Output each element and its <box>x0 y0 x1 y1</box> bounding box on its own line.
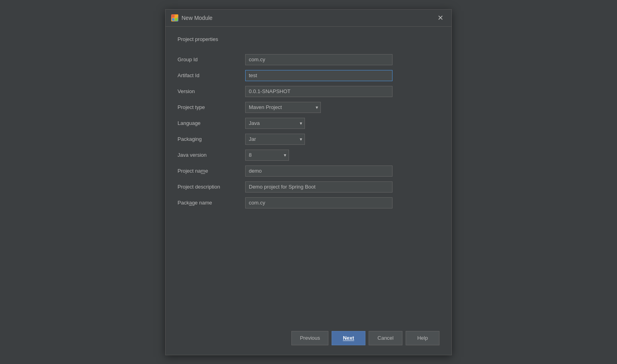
help-button[interactable]: Help <box>406 331 439 345</box>
artifact-id-label: Artifact Id <box>178 69 245 82</box>
form-grid: Group Id Artifact Id Version Project typ… <box>178 52 439 211</box>
packaging-select-wrapper: Jar War <box>245 134 305 145</box>
next-button[interactable]: Next <box>332 331 365 345</box>
package-name-label: Package name <box>178 197 245 209</box>
project-name-input[interactable] <box>245 165 392 177</box>
java-version-select-wrapper: 8 11 17 21 <box>245 150 289 161</box>
project-type-select[interactable]: Maven Project Gradle Project <box>245 102 321 113</box>
artifact-id-field <box>245 68 439 84</box>
new-module-dialog: New Module ✕ Project properties Group Id… <box>165 9 452 355</box>
packaging-label: Packaging <box>178 133 245 145</box>
project-description-input[interactable] <box>245 181 392 193</box>
close-button[interactable]: ✕ <box>435 14 446 22</box>
project-description-field <box>245 179 439 195</box>
package-name-field <box>245 195 439 211</box>
group-id-label: Group Id <box>178 53 245 66</box>
project-type-label: Project type <box>178 101 245 113</box>
cancel-button[interactable]: Cancel <box>369 331 402 345</box>
language-field: Java Kotlin Groovy <box>245 115 439 131</box>
dialog-content: Project properties Group Id Artifact Id … <box>166 27 451 325</box>
svg-rect-2 <box>172 18 174 21</box>
package-name-input[interactable] <box>245 197 392 208</box>
section-title: Project properties <box>178 36 439 42</box>
version-input[interactable] <box>245 86 392 97</box>
title-left: New Module <box>171 14 213 21</box>
svg-rect-1 <box>175 15 178 18</box>
group-id-field <box>245 52 439 68</box>
java-version-label: Java version <box>178 149 245 161</box>
language-select-wrapper: Java Kotlin Groovy <box>245 118 305 129</box>
artifact-id-input[interactable] <box>245 70 392 81</box>
svg-rect-0 <box>172 15 174 18</box>
packaging-field: Jar War <box>245 131 439 147</box>
project-type-field: Maven Project Gradle Project <box>245 99 439 115</box>
language-label: Language <box>178 117 245 129</box>
project-type-select-wrapper: Maven Project Gradle Project <box>245 102 321 113</box>
dialog-footer: Previous Next Cancel Help <box>166 325 451 355</box>
dialog-title: New Module <box>182 15 213 21</box>
java-version-field: 8 11 17 21 <box>245 147 439 163</box>
version-label: Version <box>178 85 245 97</box>
version-field <box>245 84 439 99</box>
dialog-titlebar: New Module ✕ <box>166 10 451 27</box>
java-version-select[interactable]: 8 11 17 21 <box>245 150 289 161</box>
previous-button[interactable]: Previous <box>291 331 328 345</box>
project-name-label: Project name <box>178 165 245 177</box>
group-id-input[interactable] <box>245 54 392 65</box>
language-select[interactable]: Java Kotlin Groovy <box>245 118 305 129</box>
svg-rect-3 <box>175 18 178 21</box>
packaging-select[interactable]: Jar War <box>245 134 305 145</box>
project-name-field <box>245 163 439 179</box>
project-description-label: Project description <box>178 181 245 193</box>
app-icon <box>171 14 178 21</box>
